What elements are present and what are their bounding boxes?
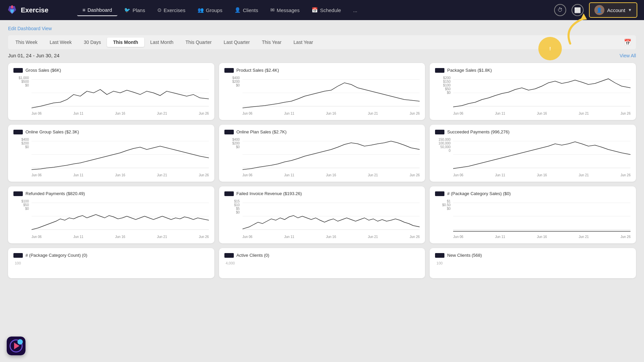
chart-title: Package Sales ($1.8K) <box>447 68 492 73</box>
x-labels: Jun 06Jun 11Jun 16Jun 21Jun 26 <box>32 112 209 115</box>
avatar: 👤 <box>594 5 604 15</box>
chart-plot-area: Jun 06Jun 11Jun 16Jun 21Jun 26 <box>453 138 631 177</box>
chart-svg <box>32 138 209 171</box>
x-label: Jun 11 <box>284 235 294 239</box>
messages-icon: ✉ <box>270 7 275 13</box>
y-label: $400 <box>232 138 239 141</box>
x-labels: Jun 06Jun 11Jun 16Jun 21Jun 26 <box>453 173 631 177</box>
y-label: $0 <box>25 145 29 149</box>
chart-legend-block <box>13 130 23 134</box>
x-labels: Jun 06Jun 11Jun 16Jun 21Jun 26 <box>32 235 209 239</box>
tab-this-week[interactable]: This Week <box>9 38 44 47</box>
account-button[interactable]: 👤 Account ▼ <box>589 2 637 18</box>
x-label: Jun 06 <box>453 173 463 177</box>
tab-last-week[interactable]: Last Week <box>44 38 78 47</box>
logo-area[interactable]: Exercise <box>7 5 67 15</box>
x-label: Jun 21 <box>157 235 167 239</box>
y-label: $100 <box>21 199 29 203</box>
view-all-link[interactable]: View All <box>620 53 636 58</box>
nav-groups[interactable]: 👥 Groups <box>192 4 228 16</box>
nav-schedule[interactable]: 📅 Schedule <box>306 4 346 16</box>
tab-last-month[interactable]: Last Month <box>144 38 179 47</box>
x-label: Jun 21 <box>579 173 589 177</box>
main-nav: ≡ Dashboard 🐦 Plans ⊙ Exercises 👥 Groups… <box>77 4 544 16</box>
x-label: Jun 26 <box>199 173 209 177</box>
chart-svg <box>453 76 631 110</box>
chart-card-package-category-count: # (Package Category Count) (0) 100 <box>8 248 214 278</box>
nav-right-area: ⏱ ⬜ 👤 Account ▼ <box>554 2 637 18</box>
tab-last-year[interactable]: Last Year <box>287 38 319 47</box>
tab-30-days[interactable]: 30 Days <box>78 38 107 47</box>
calendar-icon-btn[interactable]: 📅 <box>621 37 635 48</box>
chart-svg <box>32 199 209 233</box>
timer-icon-btn[interactable]: ⏱ <box>554 4 566 16</box>
nav-clients[interactable]: 👤 Clients <box>229 4 264 16</box>
y-label: $1,000 <box>18 76 29 80</box>
tab-this-year[interactable]: This Year <box>256 38 287 47</box>
x-label: Jun 06 <box>453 112 463 115</box>
chart-y-labels: $1$0.50$0 <box>435 199 452 210</box>
chart-header: Product Sales ($2.4K) <box>224 68 420 73</box>
x-label: Jun 11 <box>284 112 294 115</box>
chart-plot-area: Jun 06Jun 11Jun 16Jun 21Jun 26 <box>243 138 420 177</box>
nav-dashboard[interactable]: ≡ Dashboard <box>77 4 117 16</box>
x-label: Jun 11 <box>495 112 505 115</box>
nav-extras[interactable]: ... <box>348 5 363 16</box>
chart-svg <box>243 76 420 110</box>
chart-legend-block <box>435 191 444 196</box>
dashboard-icon: ≡ <box>83 7 86 13</box>
chart-card-online-plan-sales: Online Plan Sales ($2.7K) $400$200$0 Jun… <box>219 125 425 182</box>
plans-icon: 🐦 <box>124 7 130 13</box>
chart-svg <box>32 76 209 110</box>
chart-card-package-sales: Package Sales ($1.8K) $200$150$100$50$0 … <box>430 63 636 120</box>
window-icon-btn[interactable]: ⬜ <box>572 4 584 16</box>
y-label: 100,000 <box>438 141 450 145</box>
y-label: $15 <box>234 199 240 203</box>
x-label: Jun 06 <box>243 173 253 177</box>
chart-title: Online Plan Sales ($2.7K) <box>236 129 287 134</box>
tab-last-quarter[interactable]: Last Quarter <box>218 38 256 47</box>
x-label: Jun 11 <box>495 235 505 239</box>
x-label: Jun 16 <box>537 235 547 239</box>
chart-y-labels: 150,000100,00050,0000 <box>435 138 452 153</box>
x-labels: Jun 06Jun 11Jun 16Jun 21Jun 26 <box>453 235 631 239</box>
chart-header: Online Group Sales ($2.3K) <box>13 129 209 134</box>
x-label: Jun 21 <box>368 235 378 239</box>
y-label: $500 <box>21 80 29 83</box>
tab-this-month[interactable]: This Month <box>107 38 144 47</box>
y-label: $200 <box>443 76 450 80</box>
date-range-label: Jun 01, 24 - Jun 30, 24 <box>8 53 59 58</box>
x-label: Jun 16 <box>326 112 336 115</box>
y-label: $200 <box>232 141 239 145</box>
x-label: Jun 26 <box>621 173 631 177</box>
x-label: Jun 06 <box>453 235 463 239</box>
chart-plot-area: Jun 06Jun 11Jun 16Jun 21Jun 26 <box>453 199 631 239</box>
nav-exercises[interactable]: ⊙ Exercises <box>152 4 191 16</box>
chart-y-labels: $1,000$500$0 <box>13 76 30 87</box>
chart-plot-area: Jun 06Jun 11Jun 16Jun 21Jun 26 <box>453 76 631 115</box>
chart-title: # (Package Category Count) (0) <box>25 253 87 258</box>
chart-title: Active Clients (0) <box>236 253 269 258</box>
chart-header: New Clients (568) <box>435 253 631 258</box>
edit-dashboard-link[interactable]: Edit Dashboard View <box>8 26 52 31</box>
floating-app-icon[interactable] <box>7 337 25 355</box>
nav-plans[interactable]: 🐦 Plans <box>119 4 151 16</box>
chart-card-product-sales: Product Sales ($2.4K) $400$200$0 Jun 06J… <box>219 63 425 120</box>
y-label: $150 <box>443 80 450 83</box>
chevron-down-icon: ▼ <box>628 8 632 12</box>
chart-svg <box>453 138 631 171</box>
chart-legend-block <box>435 68 444 73</box>
chart-card-new-clients: New Clients (568) 100 <box>430 248 636 278</box>
x-label: Jun 16 <box>115 235 125 239</box>
chart-card-gross-sales: Gross Sales ($6K) $1,000$500$0 Jun 06Jun… <box>8 63 214 120</box>
tab-this-quarter[interactable]: This Quarter <box>179 38 218 47</box>
chart-title: New Clients (568) <box>447 253 482 258</box>
nav-messages[interactable]: ✉ Messages <box>265 4 305 16</box>
chart-y-labels: $400$200$0 <box>224 138 241 149</box>
x-label: Jun 26 <box>621 112 631 115</box>
y-label: $50 <box>445 87 451 91</box>
main-content: Edit Dashboard View This Week Last Week … <box>0 20 644 284</box>
y-label: $0 <box>236 210 240 214</box>
chart-card-failed-invoice: Failed Invoice Revenue ($193.26) $15$10$… <box>219 186 425 243</box>
x-label: Jun 21 <box>579 112 589 115</box>
